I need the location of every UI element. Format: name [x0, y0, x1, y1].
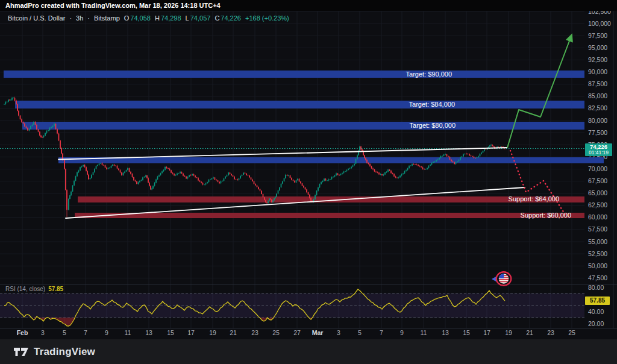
attribution-text: AhmadPro created with TradingView.com, M… — [5, 2, 221, 9]
svg-text:52,500: 52,500 — [588, 250, 607, 257]
footer: TradingView — [0, 339, 617, 364]
support-64000-label[interactable]: Support: $64,000 — [509, 196, 559, 202]
svg-text:9: 9 — [400, 329, 404, 336]
svg-text:21: 21 — [230, 329, 237, 336]
svg-text:62,500: 62,500 — [588, 201, 607, 209]
rsi-current-value: 57.85 — [48, 286, 63, 292]
svg-text:20.00: 20.00 — [588, 320, 604, 327]
svg-text:50,000: 50,000 — [588, 262, 607, 269]
flag-sticker-icon[interactable] — [490, 270, 513, 290]
svg-text:Mar: Mar — [312, 329, 324, 336]
low-label: L — [186, 14, 189, 22]
target-84000-label[interactable]: Target: $84,000 — [409, 101, 455, 108]
svg-text:3: 3 — [337, 329, 340, 336]
close-label: C — [215, 14, 219, 22]
svg-text:97,500: 97,500 — [588, 32, 607, 39]
high-value: 74,298 — [161, 14, 181, 22]
tradingview-chart-screenshot: 102,500100,00097,50095,00092,50090,00087… — [0, 0, 617, 364]
svg-text:17: 17 — [187, 329, 195, 336]
symbol-legend[interactable]: Bitcoin / U.S. Dollar · 3h · Bitstamp O7… — [8, 14, 289, 22]
svg-text:40.00: 40.00 — [588, 308, 604, 315]
target-90000-label[interactable]: Target: $90,000 — [406, 71, 452, 78]
svg-text:23: 23 — [251, 329, 258, 336]
open-value: 74,058 — [130, 14, 151, 22]
svg-text:47,500: 47,500 — [588, 274, 607, 281]
svg-text:67,500: 67,500 — [588, 177, 607, 184]
svg-text:7: 7 — [84, 329, 87, 336]
tradingview-logo[interactable]: TradingView — [13, 346, 95, 358]
svg-text:13: 13 — [442, 329, 449, 336]
svg-text:90,000: 90,000 — [588, 68, 607, 75]
svg-text:9: 9 — [105, 329, 108, 336]
close-value: 74,226 — [221, 14, 241, 22]
svg-text:5: 5 — [63, 329, 66, 336]
svg-text:70,000: 70,000 — [588, 165, 607, 172]
svg-text:11: 11 — [125, 329, 131, 336]
svg-text:92,500: 92,500 — [588, 56, 607, 63]
svg-text:87,500: 87,500 — [588, 80, 607, 87]
change-value: +168 (+0.23%) — [245, 14, 289, 22]
svg-text:57,500: 57,500 — [588, 225, 607, 233]
interval-label: 3h — [76, 14, 83, 22]
legend-separator: · — [69, 14, 72, 22]
symbol-name: Bitcoin / U.S. Dollar — [8, 14, 65, 22]
svg-text:77,500: 77,500 — [588, 129, 607, 136]
bar-countdown: 01:41:19 — [585, 150, 612, 155]
svg-text:11: 11 — [421, 329, 427, 336]
svg-text:5: 5 — [358, 329, 362, 336]
tradingview-logo-mark-icon — [13, 347, 29, 357]
current-price-label: 74,226 01:41:19 — [585, 143, 612, 156]
rsi-title: RSI (14, close) — [5, 286, 45, 292]
svg-text:55,000: 55,000 — [588, 238, 607, 245]
low-value: 74,057 — [190, 14, 211, 22]
svg-text:80,000: 80,000 — [588, 117, 607, 124]
svg-text:85,000: 85,000 — [588, 92, 607, 99]
svg-text:95,000: 95,000 — [588, 44, 607, 51]
high-label: H — [155, 14, 160, 22]
legend-separator: · — [87, 14, 90, 22]
svg-text:100,000: 100,000 — [588, 20, 611, 27]
svg-text:21: 21 — [526, 329, 533, 336]
svg-text:15: 15 — [463, 329, 470, 336]
svg-text:60,000: 60,000 — [588, 213, 607, 221]
exchange-label: Bitstamp — [94, 14, 120, 22]
svg-text:3: 3 — [41, 329, 45, 336]
svg-text:25: 25 — [272, 329, 280, 336]
pane-separators — [0, 11, 617, 328]
attribution-bar: AhmadPro created with TradingView.com, M… — [0, 0, 617, 11]
svg-text:19: 19 — [505, 329, 512, 336]
svg-text:65,000: 65,000 — [588, 189, 607, 196]
svg-text:23: 23 — [547, 329, 554, 336]
svg-text:Feb: Feb — [17, 329, 28, 336]
svg-text:27: 27 — [293, 329, 301, 336]
price-chart-canvas[interactable]: 102,500100,00097,50095,00092,50090,00087… — [0, 0, 617, 364]
svg-text:13: 13 — [145, 329, 152, 336]
svg-text:19: 19 — [209, 329, 216, 336]
support-60000-label[interactable]: Support: $60,000 — [521, 212, 571, 219]
tradingview-brand-text: TradingView — [34, 346, 95, 358]
svg-text:7: 7 — [380, 329, 383, 336]
open-label: O — [124, 14, 130, 22]
rsi-axis-value-label: 57.85 — [585, 297, 610, 305]
svg-text:15: 15 — [167, 329, 174, 336]
rsi-pane-layer — [0, 289, 584, 326]
target-80000-label[interactable]: Target: $80,000 — [410, 122, 456, 129]
svg-text:17: 17 — [483, 329, 490, 336]
svg-text:25: 25 — [568, 329, 575, 336]
axis-labels-layer[interactable]: 102,500100,00097,50095,00092,50090,00087… — [17, 8, 611, 336]
rsi-indicator-legend[interactable]: RSI (14, close)57.85 — [5, 286, 63, 292]
svg-text:82,500: 82,500 — [588, 104, 607, 111]
